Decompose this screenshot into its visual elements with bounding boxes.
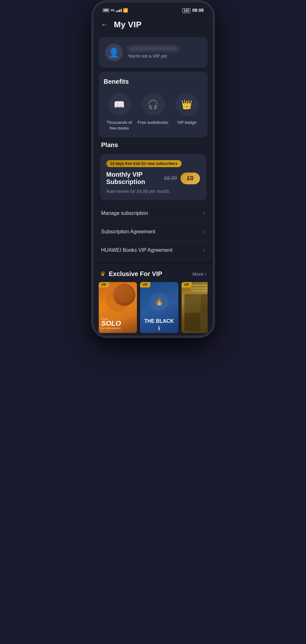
status-bar: HD 5G 📶 100 08:08: [94, 3, 213, 17]
badge-label: VIP badge: [177, 120, 196, 125]
book-cover-dickens: FRIEDRICH ENGELSELIZABETH GASKELLCHARLES…: [181, 282, 208, 333]
status-right: 100 08:08: [182, 8, 204, 13]
sale-price[interactable]: £0: [181, 173, 200, 184]
solo-title: SOLO: [101, 320, 121, 327]
user-card: 👤 You're not a VIP yet: [99, 37, 208, 68]
back-button[interactable]: ←: [100, 20, 109, 30]
audiobooks-label: Free audiobooks: [138, 120, 168, 125]
book-grid-cell-3: [184, 313, 200, 331]
page-title: My VIP: [114, 20, 142, 30]
5g-badge: 5G: [111, 9, 115, 12]
audiobooks-icon: 🎧: [147, 99, 159, 110]
bar4: [121, 9, 122, 12]
solo-subtitle: EL VERDADERO: [101, 327, 121, 330]
battery-icon: 100: [182, 8, 190, 13]
avatar: 👤: [105, 44, 123, 61]
benefits-title: Benefits: [104, 78, 203, 85]
user-status: You're not a VIP yet: [128, 53, 201, 59]
original-price: £6.99: [164, 175, 177, 181]
more-label: More: [192, 271, 203, 277]
benefit-badge: 👑 VIP badge: [171, 93, 203, 131]
trial-badge: 14 days free trial for new subscribers: [106, 160, 181, 167]
header: ← My VIP: [94, 17, 213, 35]
hd-badge: HD: [103, 8, 110, 12]
black-book-title: THE BLACK: [144, 318, 174, 324]
plan-description: Auto-renew for £6.99 per month.: [106, 189, 200, 194]
plans-section: Plans 14 days free trial for new subscri…: [99, 141, 208, 200]
user-name-blurred: [128, 46, 179, 51]
book-card-solo[interactable]: VIP Novela SOLO EL VERDADERO: [99, 282, 137, 333]
plan-card[interactable]: 14 days free trial for new subscribers M…: [100, 154, 206, 200]
exclusive-title: Exclusive For VIP: [109, 270, 162, 278]
benefits-section: Benefits 📖 Thousands offree books 🎧 Free…: [99, 72, 208, 138]
more-chevron-icon: ›: [205, 271, 206, 277]
status-left: HD 5G 📶: [103, 8, 128, 13]
bar1: [116, 11, 117, 12]
plans-title: Plans: [100, 141, 206, 149]
benefit-audiobooks: 🎧 Free audiobooks: [138, 93, 169, 131]
book-card-black[interactable]: VIP 🔥 THE BLACK 🕯️: [140, 282, 178, 333]
audiobooks-icon-circle: 🎧: [142, 93, 165, 116]
time-display: 08:08: [192, 8, 204, 13]
vip-badge-solo: VIP: [99, 282, 109, 287]
chevron-right-icon-1: ›: [203, 210, 205, 216]
crown-icon: ♛: [100, 270, 106, 278]
badge-icon: 👑: [181, 99, 192, 110]
huawei-agreement-label: HUAWEI Books VIP Agreement: [101, 247, 173, 253]
wifi-icon: 📶: [123, 8, 128, 13]
bar3: [119, 10, 120, 12]
menu-section: Manage subscription › Subscription Agree…: [99, 204, 208, 259]
benefits-grid: 📖 Thousands offree books 🎧 Free audioboo…: [104, 93, 203, 131]
more-link[interactable]: More ›: [192, 271, 206, 277]
chevron-right-icon-3: ›: [203, 247, 205, 253]
subscription-agreement-label: Subscription Agreement: [101, 229, 155, 235]
book-card-dickens[interactable]: VIP FRIEDRICH ENGELSELIZABETH GASKELLCHA…: [181, 282, 208, 333]
dickens-authors: FRIEDRICH ENGELSELIZABETH GASKELLCHARLES…: [191, 284, 208, 292]
user-info: You're not a VIP yet: [128, 46, 201, 59]
free-books-icon-circle: 📖: [108, 93, 131, 116]
section-divider: [94, 262, 213, 264]
book-grid-cell-1: [184, 294, 200, 312]
exclusive-title-group: ♛ Exclusive For VIP: [100, 270, 162, 278]
vip-badge-black: VIP: [140, 282, 150, 287]
benefit-free-books: 📖 Thousands offree books: [104, 93, 135, 131]
book-grid-cell-4: [201, 313, 207, 331]
free-books-label: Thousands offree books: [107, 120, 132, 131]
vip-badge-dickens: VIP: [181, 282, 192, 287]
exclusive-header: ♛ Exclusive For VIP More ›: [99, 270, 208, 278]
plan-name: Monthly VIP Subscription: [106, 171, 164, 186]
black-book-icon: 🕯️: [156, 325, 162, 330]
book-cover-solo: Novela SOLO EL VERDADERO: [99, 282, 137, 333]
bar2: [117, 10, 118, 12]
signal-bars: [116, 8, 122, 12]
exclusive-section: ♛ Exclusive For VIP More › VIP: [99, 265, 208, 333]
free-books-icon: 📖: [114, 99, 125, 110]
plan-row: Monthly VIP Subscription £6.99 £0: [106, 171, 200, 186]
plan-pricing: £6.99 £0: [164, 173, 200, 184]
books-row: VIP Novela SOLO EL VERDADERO VIP: [99, 282, 208, 333]
avatar-icon: 👤: [108, 47, 119, 58]
chevron-right-icon-2: ›: [203, 228, 205, 235]
menu-item-huawei-agreement[interactable]: HUAWEI Books VIP Agreement ›: [99, 241, 208, 259]
battery-level: 100: [182, 8, 190, 13]
content-area: 👤 You're not a VIP yet Benefits 📖 Thousa…: [94, 35, 213, 336]
badge-icon-circle: 👑: [175, 93, 198, 116]
menu-item-manage-subscription[interactable]: Manage subscription ›: [99, 204, 208, 223]
flame-icon: 🔥: [154, 297, 164, 306]
manage-subscription-label: Manage subscription: [101, 210, 148, 216]
phone-frame: HD 5G 📶 100 08:08 ← My VIP 👤: [91, 0, 215, 338]
menu-item-subscription-agreement[interactable]: Subscription Agreement ›: [99, 223, 208, 241]
book-grid-cell-2: [201, 294, 207, 312]
book-cover-black: 🔥 THE BLACK 🕯️: [140, 282, 178, 333]
